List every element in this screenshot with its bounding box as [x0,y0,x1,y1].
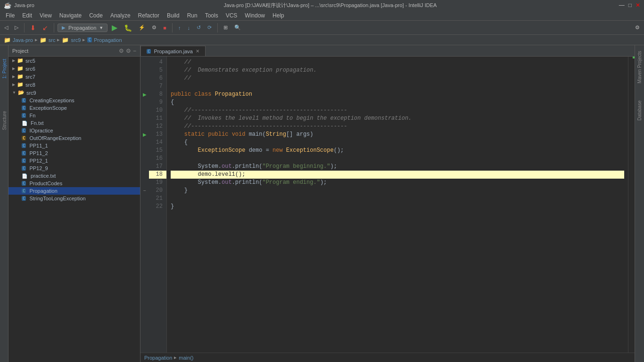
chevron-icon: ▶ [12,58,15,63]
menu-build[interactable]: Build [163,11,183,20]
code-line-16 [171,155,624,163]
code-line-8: public class Propagation [171,90,624,99]
tree-item-label: PP12_9 [29,165,48,171]
profile-button[interactable]: ⚙ [149,24,159,32]
breadcrumb-item-1[interactable]: src [49,37,56,43]
code-line-6: // [171,74,624,82]
tree-item-exception-scope[interactable]: C ExceptionScope [8,104,140,112]
chevron-icon: ▶ [12,66,15,71]
project-panel: Project ⚙ ⚙ − ▶ 📁 src5 ▶ 📁 src6 ▶ 📁 src7 [8,45,140,362]
tree-item-src5[interactable]: ▶ 📁 src5 [8,57,140,65]
tree-item-label: practice.txt [31,173,56,179]
tree-item-label: src9 [26,90,36,96]
toolbar-search[interactable]: 🔍 [232,24,243,32]
tree-item-out-of-range[interactable]: C OutOfRangeException [8,134,140,142]
editor-tab-propagation[interactable]: C Propagation.java ✕ [140,46,206,56]
tab-java-icon: C [147,49,151,54]
project-gear-button[interactable]: ⚙ [126,48,131,54]
run-config-dropdown-icon: ▼ [99,25,103,30]
project-sync-button[interactable]: ⚙ [119,48,124,54]
run-config-selector[interactable]: ▶ Propagation ▼ [58,24,107,32]
debug-button[interactable]: 🐛 [122,23,134,33]
tree-item-practice-txt[interactable]: 📄 practice.txt [8,172,140,180]
maven-projects-label[interactable]: Maven Projects [636,47,643,87]
toolbar-settings[interactable]: ⚙ [633,24,642,32]
code-line-19: System.out.println("Program ending."); [171,179,624,187]
tree-item-pp11-2[interactable]: C PP11_2 [8,149,140,157]
tree-item-src7[interactable]: ▶ 📁 src7 [8,73,140,81]
tree-item-pp12-1[interactable]: C PP12_1 [8,157,140,165]
tree-item-pp12-9[interactable]: C PP12_9 [8,165,140,172]
fold-gutter-20[interactable]: − [140,187,149,195]
database-label[interactable]: Database [636,97,643,124]
tree-item-label: ExceptionScope [29,105,67,111]
toolbar-back[interactable]: ◁ [2,24,10,32]
toolbar-vcs1[interactable]: ↑ [176,24,183,32]
menu-edit[interactable]: Edit [18,11,36,20]
tab-close-button[interactable]: ✕ [196,49,199,54]
breadcrumb-sep1: ▸ [57,37,60,43]
menu-run[interactable]: Run [183,11,201,20]
tree-item-fn-txt[interactable]: 📄 Fn.txt [8,119,140,127]
tree-item-label: StringTooLongException [29,196,85,201]
toolbar-vcs2[interactable]: ↓ [185,24,192,32]
editor-tab-bar: C Propagation.java ✕ [140,45,635,57]
menu-vcs[interactable]: VCS [222,11,241,20]
maximize-button[interactable]: □ [628,2,632,8]
toolbar-vcs4[interactable]: ⟳ [205,24,214,32]
menu-code[interactable]: Code [85,11,107,20]
tree-item-src9[interactable]: ▼ 📂 src9 [8,89,140,97]
java-class-icon: C [22,166,26,171]
line-numbers: 4 5 6 7 8 9 10 11 12 13 14 15 16 17 18 1… [149,57,167,353]
code-editor[interactable]: ▶ ▶ − 4 5 6 [140,57,635,353]
menu-navigate[interactable]: Navigate [56,11,85,20]
tree-item-propagation[interactable]: C Propagation [8,187,140,195]
tree-item-string-too-long[interactable]: C StringTooLongException [8,195,140,202]
toolbar-layout[interactable]: ⊞ [221,24,230,32]
menu-refactor[interactable]: Refactor [134,11,163,20]
coverage-button[interactable]: ⚡ [136,24,148,32]
stop-button[interactable]: ■ [161,24,169,32]
tree-item-src6[interactable]: ▶ 📁 src6 [8,65,140,73]
tree-item-fn[interactable]: C Fn [8,112,140,119]
tree-item-src8[interactable]: ▶ 📁 src8 [8,81,140,89]
run-button[interactable]: ▶ [109,22,120,33]
project-collapse-button[interactable]: − [133,48,136,54]
tree-item-pp11-1[interactable]: C PP11_1 [8,142,140,149]
toolbar-sep1 [24,23,25,33]
code-content[interactable]: // // Demonstrates exception propagation… [167,57,628,353]
toolbar-download2[interactable]: ↙ [40,23,50,33]
close-button[interactable]: ✕ [636,2,640,8]
tree-item-label: PP11_1 [29,143,48,148]
toolbar-forward[interactable]: ▷ [12,24,21,32]
nav-class[interactable]: Propagation [144,355,172,361]
left-icon-structure[interactable]: Structure [0,102,8,140]
run-gutter-13[interactable]: ▶ [140,131,149,139]
toolbar-download[interactable]: ⬇ [28,23,38,33]
folder-icon: 📁 [17,82,24,88]
left-icon-project[interactable]: 1: Project [0,45,8,92]
code-line-4: // [171,58,624,66]
project-panel-title: Project [12,48,28,54]
menu-help[interactable]: Help [269,11,288,20]
menu-tools[interactable]: Tools [201,11,222,20]
menu-window[interactable]: Window [241,11,269,20]
tree-item-iopractice[interactable]: C IOpractice [8,127,140,134]
nav-method[interactable]: main() [179,355,193,361]
menu-view[interactable]: View [36,11,56,20]
breadcrumb-item-3[interactable]: Propagation [94,37,122,43]
toolbar-vcs3[interactable]: ↺ [194,24,203,32]
menu-file[interactable]: File [2,11,18,20]
run-gutter-8[interactable]: ▶ [140,90,149,99]
tree-item-creating-exceptions[interactable]: C CreatingExceptions [8,97,140,104]
tree-item-product-codes[interactable]: C ProductCodes [8,180,140,187]
breadcrumb-item-0[interactable]: Java-pro [13,37,33,43]
breadcrumb-bar: 📁 Java-pro ▸ 📁 src ▸ 📁 src9 ▸ C Propagat… [0,35,644,45]
tree-item-label: ProductCodes [29,181,62,186]
menu-bar: File Edit View Navigate Code Analyze Ref… [0,10,644,21]
breadcrumb-item-2[interactable]: src9 [71,37,81,43]
menu-analyze[interactable]: Analyze [107,11,134,20]
tree-item-label: PP11_2 [29,150,48,156]
minimize-button[interactable]: — [619,2,625,8]
left-sidebar-icons: 1: Project Structure [0,45,8,362]
